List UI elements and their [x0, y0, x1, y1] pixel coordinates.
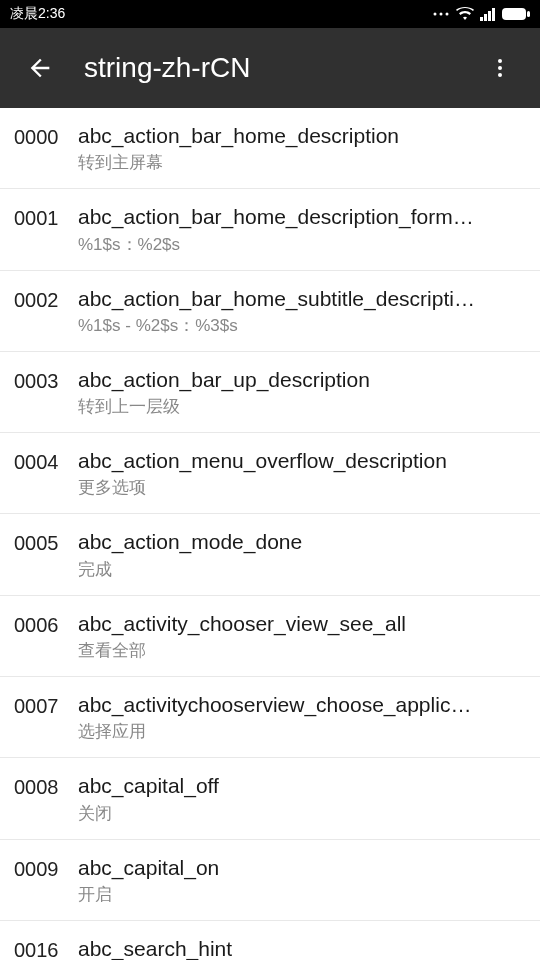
string-list: 0000abc_action_bar_home_description转到主屏幕…	[0, 108, 540, 960]
row-value: 选择应用	[78, 720, 526, 743]
svg-point-1	[440, 13, 443, 16]
row-content: abc_activitychooserview_choose_applic…选择…	[78, 691, 526, 743]
row-key: abc_action_bar_home_description	[78, 122, 526, 149]
wifi-icon	[456, 7, 474, 21]
row-value: 更多选项	[78, 476, 526, 499]
row-content: abc_activity_chooser_view_see_all查看全部	[78, 610, 526, 662]
row-content: abc_action_bar_up_description转到上一层级	[78, 366, 526, 418]
list-item[interactable]: 0007abc_activitychooserview_choose_appli…	[0, 677, 540, 758]
list-item[interactable]: 0016abc_search_hint搜索…	[0, 921, 540, 960]
list-item[interactable]: 0003abc_action_bar_up_description转到上一层级	[0, 352, 540, 433]
row-index: 0007	[14, 691, 78, 718]
row-key: abc_capital_off	[78, 772, 526, 799]
row-value: 关闭	[78, 802, 526, 825]
list-item[interactable]: 0008abc_capital_off关闭	[0, 758, 540, 839]
svg-rect-4	[484, 14, 487, 21]
row-index: 0016	[14, 935, 78, 960]
overflow-menu-button[interactable]	[476, 44, 524, 92]
row-key: abc_action_bar_home_subtitle_descripti…	[78, 285, 526, 312]
svg-rect-3	[480, 17, 483, 21]
page-title: string-zh-rCN	[84, 52, 476, 84]
row-index: 0002	[14, 285, 78, 312]
svg-rect-5	[488, 11, 491, 21]
back-button[interactable]	[16, 44, 64, 92]
svg-point-11	[498, 73, 502, 77]
row-value: %1$s：%2$s	[78, 233, 526, 256]
svg-rect-6	[492, 8, 495, 21]
row-index: 0009	[14, 854, 78, 881]
arrow-back-icon	[26, 54, 54, 82]
row-content: abc_search_hint搜索…	[78, 935, 526, 960]
row-content: abc_action_bar_home_subtitle_descripti…%…	[78, 285, 526, 337]
row-content: abc_action_mode_done完成	[78, 528, 526, 580]
row-value: %1$s - %2$s：%3$s	[78, 314, 526, 337]
status-time: 凌晨2:36	[10, 5, 65, 23]
row-key: abc_action_bar_home_description_form…	[78, 203, 526, 230]
row-index: 0000	[14, 122, 78, 149]
row-content: abc_capital_on开启	[78, 854, 526, 906]
list-item[interactable]: 0006abc_activity_chooser_view_see_all查看全…	[0, 596, 540, 677]
signal-icon	[480, 7, 496, 21]
more-vert-icon	[488, 56, 512, 80]
row-index: 0003	[14, 366, 78, 393]
row-value: 查看全部	[78, 639, 526, 662]
list-item[interactable]: 0009abc_capital_on开启	[0, 840, 540, 921]
svg-rect-8	[527, 11, 530, 17]
list-item[interactable]: 0005abc_action_mode_done完成	[0, 514, 540, 595]
row-key: abc_action_mode_done	[78, 528, 526, 555]
more-dots-icon	[432, 11, 450, 17]
svg-point-2	[446, 13, 449, 16]
app-bar: string-zh-rCN	[0, 28, 540, 108]
row-value: 转到上一层级	[78, 395, 526, 418]
row-index: 0001	[14, 203, 78, 230]
row-index: 0005	[14, 528, 78, 555]
row-index: 0004	[14, 447, 78, 474]
status-bar: 凌晨2:36	[0, 0, 540, 28]
row-content: abc_action_bar_home_description转到主屏幕	[78, 122, 526, 174]
svg-rect-7	[502, 8, 526, 20]
status-icons	[432, 7, 530, 21]
row-content: abc_capital_off关闭	[78, 772, 526, 824]
row-content: abc_action_menu_overflow_description更多选项	[78, 447, 526, 499]
row-key: abc_capital_on	[78, 854, 526, 881]
row-key: abc_search_hint	[78, 935, 526, 960]
row-index: 0006	[14, 610, 78, 637]
svg-point-0	[434, 13, 437, 16]
row-key: abc_action_bar_up_description	[78, 366, 526, 393]
row-value: 开启	[78, 883, 526, 906]
row-value: 完成	[78, 558, 526, 581]
row-key: abc_action_menu_overflow_description	[78, 447, 526, 474]
row-content: abc_action_bar_home_description_form…%1$…	[78, 203, 526, 255]
svg-point-10	[498, 66, 502, 70]
list-item[interactable]: 0004abc_action_menu_overflow_description…	[0, 433, 540, 514]
list-item[interactable]: 0002abc_action_bar_home_subtitle_descrip…	[0, 271, 540, 352]
list-item[interactable]: 0000abc_action_bar_home_description转到主屏幕	[0, 108, 540, 189]
battery-icon	[502, 7, 530, 21]
row-value: 转到主屏幕	[78, 151, 526, 174]
row-key: abc_activitychooserview_choose_applic…	[78, 691, 526, 718]
svg-point-9	[498, 59, 502, 63]
row-index: 0008	[14, 772, 78, 799]
list-item[interactable]: 0001abc_action_bar_home_description_form…	[0, 189, 540, 270]
row-key: abc_activity_chooser_view_see_all	[78, 610, 526, 637]
